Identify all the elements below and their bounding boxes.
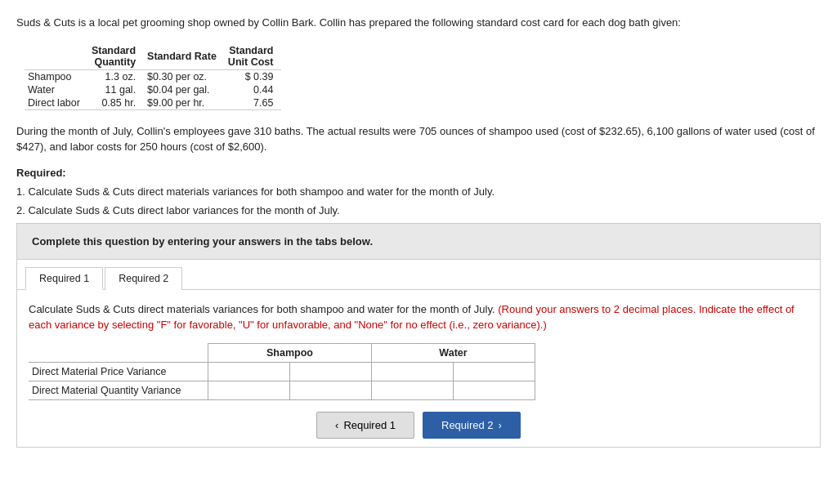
next-btn-label: Required 2 — [441, 419, 494, 431]
water-rate: $0.04 per gal. — [144, 83, 225, 96]
water-qty-effect-input[interactable] — [457, 385, 530, 396]
required-header: Required: — [16, 167, 821, 179]
instruction-normal: Calculate Suds & Cuts direct materials v… — [29, 303, 495, 315]
shampoo-price-effect-cell[interactable] — [289, 362, 371, 381]
shampoo-unit-cost: $ 0.39 — [225, 69, 282, 83]
variance-table: Shampoo Water Direct Material Price Vari… — [29, 343, 535, 400]
water-column-header: Water — [371, 343, 535, 362]
july-paragraph: During the month of July, Collin's emplo… — [16, 123, 821, 155]
prev-btn-label: Required 1 — [343, 419, 396, 431]
next-required2-button[interactable]: Required 2 › — [423, 412, 521, 439]
bottom-nav: ‹ Required 1 Required 2 › — [29, 412, 808, 439]
shampoo-quantity: 1.3 oz. — [88, 69, 144, 83]
water-price-effect-cell[interactable] — [453, 362, 535, 381]
labor-unit-cost: 7.65 — [225, 96, 282, 110]
complete-box: Complete this question by entering your … — [16, 223, 821, 260]
required-item2: 2. Calculate Suds & Cuts direct labor va… — [16, 204, 821, 216]
labor-rate: $9.00 per hr. — [144, 96, 225, 110]
item-water: Water — [25, 83, 88, 96]
col-rate-header: Standard Rate — [144, 44, 225, 70]
required-section: Required: 1. Calculate Suds & Cuts direc… — [16, 167, 821, 216]
shampoo-price-value-input[interactable] — [212, 366, 285, 377]
water-qty-effect-cell[interactable] — [453, 381, 535, 399]
shampoo-qty-value-cell[interactable] — [208, 381, 290, 399]
col-quantity-header: StandardQuantity — [88, 44, 144, 70]
col-item-header — [25, 44, 88, 70]
shampoo-rate: $0.30 per oz. — [144, 69, 225, 83]
water-price-effect-input[interactable] — [457, 366, 530, 377]
shampoo-price-effect-input[interactable] — [293, 366, 367, 377]
tabs-header: Required 1 Required 2 — [17, 260, 820, 290]
table-row: Direct Material Quantity Variance — [29, 381, 535, 399]
right-arrow-icon: › — [499, 419, 502, 431]
shampoo-price-value-cell[interactable] — [208, 362, 290, 381]
variance-label-header — [29, 343, 208, 362]
shampoo-qty-effect-input[interactable] — [293, 385, 367, 396]
shampoo-qty-effect-cell[interactable] — [289, 381, 371, 399]
tab-required2[interactable]: Required 2 — [105, 267, 182, 290]
tab1-content: Calculate Suds & Cuts direct materials v… — [17, 290, 820, 447]
water-unit-cost: 0.44 — [225, 83, 282, 96]
left-arrow-icon: ‹ — [335, 419, 338, 431]
shampoo-qty-value-input[interactable] — [212, 385, 285, 396]
labor-quantity: 0.85 hr. — [88, 96, 144, 110]
complete-box-text: Complete this question by entering your … — [32, 235, 805, 248]
prev-required1-button[interactable]: ‹ Required 1 — [316, 412, 414, 439]
water-price-value-cell[interactable] — [371, 362, 453, 381]
water-quantity: 11 gal. — [88, 83, 144, 96]
water-qty-value-cell[interactable] — [371, 381, 453, 399]
quantity-variance-label: Direct Material Quantity Variance — [29, 381, 208, 399]
item-shampoo: Shampoo — [25, 69, 88, 83]
intro-paragraph: Suds & Cuts is a local pet grooming shop… — [16, 15, 821, 31]
tab-required1[interactable]: Required 1 — [25, 267, 103, 290]
tabs-section: Required 1 Required 2 Calculate Suds & C… — [16, 259, 821, 448]
col-unitcost-header: StandardUnit Cost — [225, 44, 282, 70]
price-variance-label: Direct Material Price Variance — [29, 362, 208, 381]
item-direct-labor: Direct labor — [25, 96, 88, 110]
water-qty-value-input[interactable] — [375, 385, 449, 396]
water-price-value-input[interactable] — [375, 366, 449, 377]
required-item1: 1. Calculate Suds & Cuts direct material… — [16, 185, 821, 198]
table-row: Direct Material Price Variance — [29, 362, 535, 381]
standard-cost-table: StandardQuantity Standard Rate StandardU… — [25, 44, 281, 110]
shampoo-column-header: Shampoo — [208, 343, 372, 362]
tab1-instruction: Calculate Suds & Cuts direct materials v… — [29, 301, 808, 333]
